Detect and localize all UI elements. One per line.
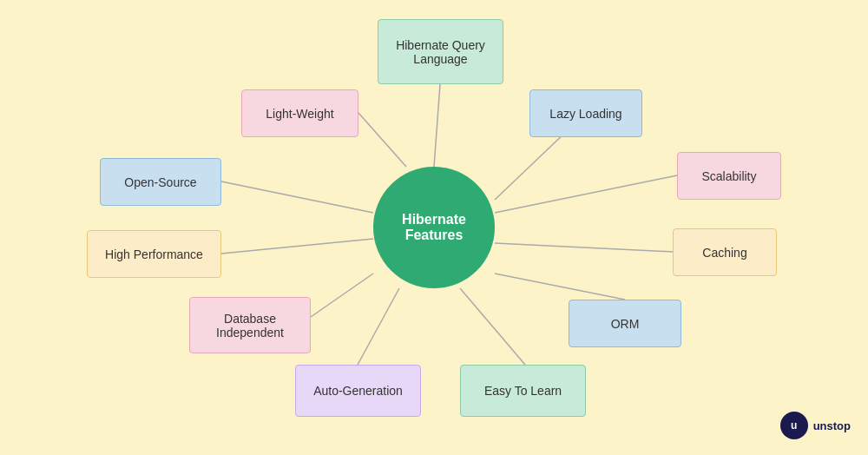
feature-box-high-performance: High Performance bbox=[87, 230, 221, 278]
svg-line-0 bbox=[434, 84, 440, 167]
feature-box-hql: Hibernate QueryLanguage bbox=[378, 19, 503, 84]
feature-box-open-source: Open-Source bbox=[100, 158, 221, 206]
svg-line-6 bbox=[358, 288, 399, 365]
svg-line-8 bbox=[221, 239, 373, 254]
svg-line-10 bbox=[358, 113, 406, 167]
svg-line-4 bbox=[495, 274, 625, 300]
center-circle: HibernateFeatures bbox=[373, 167, 495, 288]
svg-line-7 bbox=[311, 274, 373, 317]
feature-box-scalability: Scalability bbox=[677, 152, 781, 200]
diagram-container: HibernateFeatures Hibernate QueryLanguag… bbox=[0, 0, 868, 455]
feature-box-easy-to-learn: Easy To Learn bbox=[460, 365, 586, 417]
svg-line-9 bbox=[221, 181, 373, 213]
svg-line-3 bbox=[495, 243, 673, 252]
feature-box-light-weight: Light-Weight bbox=[241, 89, 358, 137]
feature-box-caching: Caching bbox=[673, 228, 777, 276]
feature-box-orm: ORM bbox=[569, 300, 681, 347]
feature-box-lazy-loading: Lazy Loading bbox=[529, 89, 642, 137]
svg-line-2 bbox=[495, 175, 677, 213]
svg-line-5 bbox=[460, 288, 525, 365]
feature-box-auto-generation: Auto-Generation bbox=[295, 365, 421, 417]
feature-box-database-independent: DatabaseIndependent bbox=[189, 297, 311, 353]
center-circle-label: HibernateFeatures bbox=[402, 212, 466, 243]
